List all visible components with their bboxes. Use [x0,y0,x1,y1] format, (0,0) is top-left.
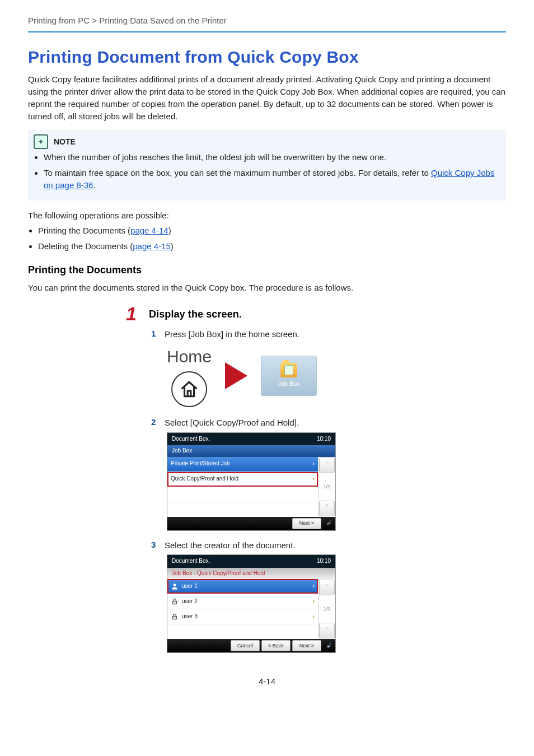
ops-link[interactable]: page 4-14 [130,226,168,235]
lock-icon [171,598,179,605]
substep-number: 3 [151,539,158,551]
scroll-up-button[interactable]: ˄ [319,458,335,473]
list-item-empty [167,502,318,517]
scroll-down-button[interactable]: ˅ [319,623,335,638]
chevron-right-icon: › [313,460,315,468]
ops-link[interactable]: page 4-15 [133,241,171,251]
list-item-user[interactable]: user 2 › [167,594,318,609]
list-item-empty [167,624,318,639]
note-box: ✦ NOTE When the number of jobs reaches t… [28,130,506,200]
touchpanel-screenshot-job-box: Document Box. 10:10 Job Box Private Prin… [167,432,336,531]
next-button[interactable]: Next > [292,640,321,651]
chevron-right-icon: › [313,582,315,591]
arrow-icon [225,362,247,389]
screen-subtitle: Job Box - Quick Copy/Proof and Hold [167,568,335,580]
ops-item-text: Printing the Documents ( [38,226,130,235]
home-label: Home [167,344,212,369]
list-item-label: user 3 [182,613,198,621]
cancel-button[interactable]: Cancel [231,640,260,651]
substep-number: 2 [151,416,158,428]
job-box-tile[interactable]: Job Box [261,356,317,396]
printing-docs-intro: You can print the documents stored in th… [28,282,506,294]
screen-time: 10:10 [317,557,331,566]
section-title: Printing Document from Quick Copy Box [28,45,506,69]
back-button[interactable]: < Back [261,640,291,651]
note-item: To maintain free space on the box, you c… [44,167,500,192]
home-icon [171,371,207,407]
step-title: Display the screen. [149,307,242,321]
lock-icon [171,613,179,620]
list-item-empty [167,487,318,502]
note-item: When the number of jobs reaches the limi… [44,151,500,164]
screen-time: 10:10 [317,435,331,444]
page-indicator: 1/1 [318,596,335,622]
next-button[interactable]: Next > [292,518,321,529]
scroll-up-button[interactable]: ˄ [319,580,335,595]
chevron-right-icon: › [313,613,315,621]
ops-item-text: Deleting the Documents ( [38,241,133,251]
ops-item-end: ) [168,226,171,235]
scroll-down-button[interactable]: ˅ [319,501,335,516]
home-to-jobbox-illustration: Home Job Box [167,344,506,407]
following-ops-text: The following operations are possible: [28,209,506,222]
svg-point-0 [174,584,176,587]
intro-text: Quick Copy feature facilitates additiona… [28,73,506,122]
note-item-end: . [93,180,95,190]
list-item-user[interactable]: user 1 › [167,579,318,594]
list-item-label: Private Print/Stored Job [171,460,230,468]
list-item-label: user 1 [182,582,198,591]
list-item-quick-copy[interactable]: Quick Copy/Proof and Hold › [167,472,318,487]
list-item-user[interactable]: user 3 › [167,609,318,624]
note-label: NOTE [54,136,76,147]
folder-icon [280,363,297,377]
touchpanel-screenshot-users: Document Box. 10:10 Job Box - Quick Copy… [167,554,336,653]
list-item-label: user 2 [182,598,198,606]
screen-title: Document Box. [172,557,210,566]
substep-text: Select [Quick Copy/Proof and Hold]. [165,416,299,429]
svg-rect-1 [173,601,177,604]
ops-item: Deleting the Documents (page 4-15) [38,240,506,253]
tile-label: Job Box [278,380,300,389]
ops-item-end: ) [171,241,174,251]
list-item-private-print[interactable]: Private Print/Stored Job › [167,457,318,472]
page-indicator: 1/1 [318,474,335,500]
enter-icon: ↲ [323,519,334,529]
note-icon: ✦ [34,134,48,149]
enter-icon: ↲ [323,641,334,651]
substep-text: Select the creator of the document. [165,539,295,552]
svg-rect-2 [173,617,177,619]
step-number: 1 [123,304,137,323]
chevron-right-icon: › [313,475,315,483]
substep-number: 1 [151,328,158,340]
note-item-text: To maintain free space on the box, you c… [44,168,431,178]
person-icon [171,582,179,590]
chevron-right-icon: › [313,598,315,606]
substep-text: Press [Job Box] in the home screen. [165,328,299,340]
list-item-label: Quick Copy/Proof and Hold [171,475,238,483]
screen-subtitle: Job Box [167,445,335,457]
ops-item: Printing the Documents (page 4-14) [38,225,506,237]
page-number: 4-14 [28,675,506,688]
screen-title: Document Box. [172,435,210,444]
printing-docs-heading: Printing the Documents [28,263,506,277]
breadcrumb: Printing from PC > Printing Data Saved o… [28,15,506,32]
